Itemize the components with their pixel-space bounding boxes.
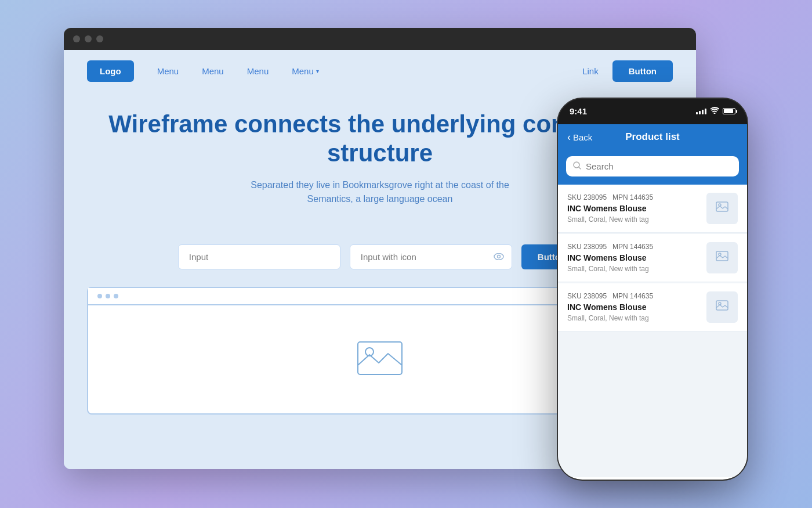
back-chevron-icon: ‹	[567, 131, 571, 143]
product-item-2[interactable]: SKU 238095 MPN 144635 INC Womens Blouse …	[558, 234, 747, 282]
product-thumbnail-2	[706, 242, 738, 273]
product-name-2: INC Womens Blouse	[567, 253, 699, 262]
product-details-3: Small, Coral, New with tag	[567, 314, 699, 322]
nav-button[interactable]: Button	[612, 60, 673, 82]
back-label: Back	[573, 132, 592, 142]
app-screen-title: Product list	[625, 131, 680, 143]
product-details-2: Small, Coral, New with tag	[567, 265, 699, 273]
nav-right: Link Button	[582, 60, 673, 82]
image-placeholder-icon	[357, 341, 403, 376]
nav-link-1[interactable]: Menu	[157, 66, 179, 76]
image-thumb-icon-1	[716, 201, 728, 215]
svg-rect-6	[716, 202, 728, 211]
product-thumbnail-1	[706, 193, 738, 224]
svg-rect-2	[358, 342, 402, 374]
battery-icon	[723, 108, 735, 114]
search-bar-wrapper	[558, 150, 747, 185]
image-thumb-icon-3	[716, 300, 728, 314]
product-info-3: SKU 238095 MPN 144635 INC Womens Blouse …	[567, 292, 699, 322]
nav-text-link[interactable]: Link	[582, 66, 599, 76]
app-header: ‹ Back Product list	[558, 124, 747, 150]
navbar: Logo Menu Menu Menu Menu ▾ Link Button	[64, 50, 696, 92]
product-name-3: INC Womens Blouse	[567, 302, 699, 312]
phone-status-bar: 9:41	[558, 99, 747, 124]
card-dot-2	[106, 294, 110, 298]
icon-input[interactable]	[350, 244, 512, 269]
nav-logo[interactable]: Logo	[87, 60, 134, 82]
product-details-1: Small, Coral, New with tag	[567, 215, 699, 224]
nav-link-dropdown[interactable]: Menu ▾	[292, 66, 319, 76]
hero-subtitle: Separated they live in Bookmarksgrove ri…	[241, 178, 519, 206]
image-thumb-icon-2	[716, 251, 728, 264]
nav-link-2[interactable]: Menu	[202, 66, 224, 76]
browser-titlebar	[64, 28, 696, 50]
product-item-3[interactable]: SKU 238095 MPN 144635 INC Womens Blouse …	[558, 283, 747, 332]
svg-rect-10	[716, 301, 728, 310]
product-info-1: SKU 238095 MPN 144635 INC Womens Blouse …	[567, 193, 699, 224]
product-thumbnail-3	[706, 291, 738, 323]
search-icon	[573, 161, 581, 171]
card-dot-3	[114, 294, 118, 298]
chevron-down-icon: ▾	[316, 68, 319, 74]
product-name-1: INC Womens Blouse	[567, 204, 699, 213]
product-item-1[interactable]: SKU 238095 MPN 144635 INC Womens Blouse …	[558, 185, 747, 233]
input-icon-wrapper	[350, 244, 512, 269]
phone-screen: ‹ Back Product list	[558, 124, 747, 480]
card-dot-1	[97, 294, 102, 298]
phone-time: 9:41	[570, 106, 587, 116]
svg-point-0	[494, 253, 503, 260]
product-meta-3: SKU 238095 MPN 144635	[567, 292, 699, 300]
product-info-2: SKU 238095 MPN 144635 INC Womens Blouse …	[567, 243, 699, 273]
nav-links: Menu Menu Menu Menu ▾	[157, 66, 560, 76]
phone-status-icons	[696, 107, 735, 116]
eye-icon	[494, 252, 504, 262]
product-list: SKU 238095 MPN 144635 INC Womens Blouse …	[558, 185, 747, 477]
wifi-icon	[710, 107, 719, 116]
nav-link-3[interactable]: Menu	[247, 66, 269, 76]
search-input[interactable]	[586, 161, 732, 171]
plain-input[interactable]	[178, 244, 340, 269]
mobile-phone: 9:41	[557, 98, 748, 481]
browser-dot-green	[96, 35, 103, 42]
back-button[interactable]: ‹ Back	[567, 131, 592, 143]
browser-dot-red	[73, 35, 80, 42]
svg-line-5	[579, 167, 581, 169]
signal-icon	[696, 109, 706, 114]
product-meta-2: SKU 238095 MPN 144635	[567, 243, 699, 251]
svg-rect-8	[716, 251, 728, 261]
product-meta-1: SKU 238095 MPN 144635	[567, 193, 699, 201]
svg-point-1	[497, 255, 500, 258]
browser-dot-yellow	[85, 35, 92, 42]
search-bar[interactable]	[566, 156, 739, 176]
scene: Logo Menu Menu Menu Menu ▾ Link Button	[64, 28, 748, 481]
